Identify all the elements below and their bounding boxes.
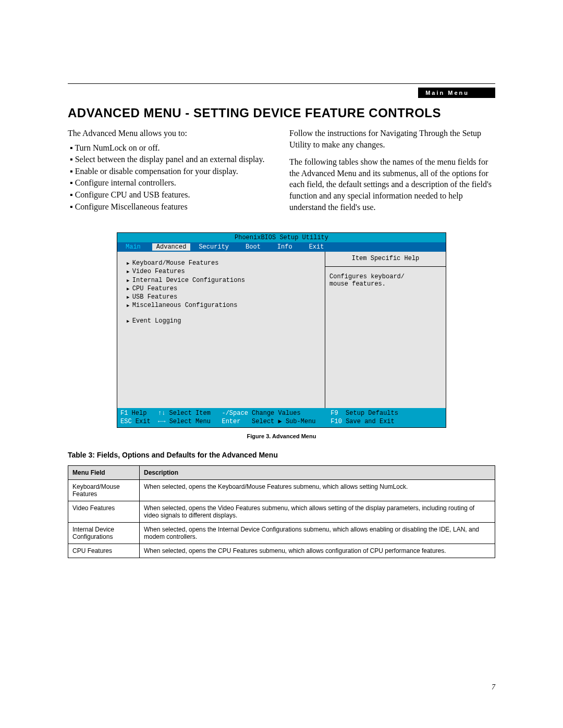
page-number: 7 [492,683,495,692]
table-row: CPU FeaturesWhen selected, opens the CPU… [68,544,495,558]
page-title: ADVANCED MENU - SETTING DEVICE FEATURE C… [68,106,495,120]
key-f1: F1 [120,410,128,417]
list-item: Configure Miscellaneous features [77,201,274,213]
table-row: Internal Device ConfigurationsWhen selec… [68,522,495,544]
bios-tabs: Main Advanced Security Boot Info Exit [117,242,446,252]
header-rule [68,83,495,84]
content-columns: The Advanced Menu allows you to: Turn Nu… [68,128,495,219]
header-label: Main Menu [418,88,495,98]
key-label: Change Values [248,410,331,417]
tab-advanced[interactable]: Advanced [152,243,191,251]
bios-body: Keyboard/Mouse Features Video Features I… [117,252,446,408]
paragraph: Follow the instructions for Navigating T… [289,128,495,150]
tab-info[interactable]: Info [269,243,301,251]
key-label: Exit [132,418,158,425]
bios-title: PhoenixBIOS Setup Utility [117,233,446,242]
key-label: Setup Defaults [338,410,398,417]
bios-menu: Keyboard/Mouse Features Video Features I… [117,252,325,408]
key-label: Help [128,410,158,417]
left-column: The Advanced Menu allows you to: Turn Nu… [68,128,274,219]
list-item: Turn NumLock on or off. [77,142,274,154]
key-space: -/Space [222,410,248,417]
key-label: Select ▶ Sub-Menu [240,418,331,425]
list-item: Select between the display panel and an … [77,154,274,165]
bios-item[interactable]: Keyboard/Mouse Features [127,259,321,267]
right-column: Follow the instructions for Navigating T… [289,128,495,219]
tab-exit[interactable]: Exit [301,243,333,251]
spacer [127,310,321,317]
key-label: Select Item [165,410,222,417]
bullet-list: Turn NumLock on or off. Select between t… [68,142,274,213]
key-f10: F10 [331,418,342,425]
bios-screenshot: PhoenixBIOS Setup Utility Main Advanced … [117,232,446,427]
key-label: Save and Exit [342,418,395,425]
help-body: Configures keyboard/ mouse features. [329,273,442,288]
key-label: Select Menu [165,418,222,425]
key-arrows: ←→ [158,418,165,425]
table-row: Keyboard/Mouse FeaturesWhen selected, op… [68,479,495,501]
bios-item[interactable]: Internal Device Configurations [127,276,321,285]
key-f9: F9 [331,410,338,417]
bios-footer: F1 Help ↑↓ Select Item -/Space Change Va… [117,408,446,427]
bios-help: Item Specific Help Configures keyboard/ … [325,252,446,408]
bios-item[interactable]: CPU Features [127,285,321,293]
table-row: Video FeaturesWhen selected, opens the V… [68,501,495,522]
th-menu-field: Menu Field [68,465,140,479]
help-title: Item Specific Help [325,255,446,267]
key-enter: Enter [222,418,240,425]
figure-caption: Figure 3. Advanced Menu [68,433,495,439]
tab-security[interactable]: Security [190,243,237,251]
fields-table: Menu Field Description Keyboard/Mouse Fe… [68,465,495,558]
tab-boot[interactable]: Boot [237,243,269,251]
list-item: Configure CPU and USB features. [77,189,274,201]
tab-main[interactable]: Main [120,243,152,251]
list-item: Enable or disable compensation for your … [77,166,274,177]
page: Main Menu ADVANCED MENU - SETTING DEVICE… [0,0,563,728]
key-arrows: ↑↓ [158,410,165,417]
paragraph: The following tables show the names of t… [289,156,495,213]
key-esc: ESC [120,418,132,425]
table-caption: Table 3: Fields, Options and Defaults fo… [68,451,495,459]
intro-text: The Advanced Menu allows you to: [68,128,274,139]
list-item: Configure internal controllers. [77,177,274,189]
bios-item[interactable]: Video Features [127,267,321,276]
bios-item[interactable]: Miscellaneous Configurations [127,301,321,310]
bios-item[interactable]: USB Features [127,293,321,301]
th-description: Description [140,465,495,479]
bios-item[interactable]: Event Logging [127,317,321,325]
